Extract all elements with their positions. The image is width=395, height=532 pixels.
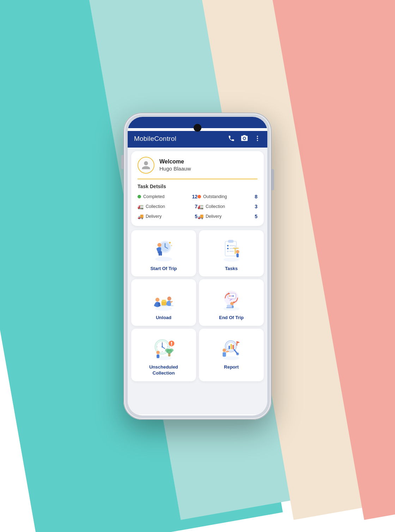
svg-rect-21 xyxy=(229,248,233,249)
svg-rect-50 xyxy=(227,305,232,308)
end-of-trip-illustration xyxy=(217,286,245,312)
end-of-trip-button[interactable]: End Of Trip xyxy=(199,279,264,326)
svg-rect-71 xyxy=(171,342,172,344)
svg-point-15 xyxy=(224,257,239,261)
delivery-completed-count: 5 xyxy=(190,214,198,219)
more-icon[interactable] xyxy=(254,135,261,143)
svg-point-45 xyxy=(229,295,230,297)
svg-rect-20 xyxy=(227,247,229,249)
report-button[interactable]: Report xyxy=(199,329,264,381)
svg-point-2 xyxy=(257,140,258,141)
svg-rect-28 xyxy=(235,245,236,248)
welcome-card: Welcome Hugo Blaauw Task Detsils Complet… xyxy=(131,151,264,226)
completed-dot xyxy=(138,195,141,198)
svg-point-81 xyxy=(223,349,226,352)
svg-rect-27 xyxy=(233,247,239,248)
svg-rect-82 xyxy=(223,352,226,357)
collection-completed-count: 7 xyxy=(190,204,198,209)
collection-outstanding-count: 3 xyxy=(250,204,257,209)
start-of-trip-illustration xyxy=(150,237,178,263)
delivery-completed-label: Delivery xyxy=(146,214,188,219)
svg-rect-26 xyxy=(235,247,236,254)
svg-point-33 xyxy=(156,298,159,302)
svg-rect-79 xyxy=(232,345,234,349)
collection-outstanding-label: Collection xyxy=(206,204,248,209)
svg-point-46 xyxy=(231,295,232,297)
svg-rect-23 xyxy=(229,251,234,251)
svg-rect-84 xyxy=(236,341,237,346)
svg-rect-18 xyxy=(227,245,229,246)
delivery-outstanding-count: 5 xyxy=(250,214,257,219)
phone-screen: MobileControl xyxy=(128,117,267,416)
svg-rect-32 xyxy=(162,300,166,302)
svg-point-0 xyxy=(257,136,258,137)
svg-point-59 xyxy=(162,346,163,348)
camera-icon[interactable] xyxy=(241,135,248,143)
welcome-top: Welcome Hugo Blaauw xyxy=(138,157,257,179)
phone-shell: MobileControl xyxy=(123,113,272,420)
completed-count: 12 xyxy=(190,194,198,199)
svg-point-67 xyxy=(169,349,174,352)
svg-rect-19 xyxy=(229,245,234,246)
app-bar: MobileControl xyxy=(128,131,267,148)
welcome-text: Welcome Hugo Blaauw xyxy=(159,159,191,172)
svg-point-66 xyxy=(165,349,170,352)
svg-point-24 xyxy=(236,250,239,253)
unload-button[interactable]: Unload xyxy=(131,279,196,326)
camera-notch xyxy=(194,124,201,132)
task-section: Task Detsils Completed 12 Out xyxy=(138,179,257,220)
svg-rect-10 xyxy=(159,251,160,256)
svg-point-68 xyxy=(156,351,160,354)
truck-delivery-icon: 🚚 xyxy=(138,214,144,219)
svg-point-29 xyxy=(155,307,172,311)
truck-collection-out-icon: 🚛 xyxy=(198,204,203,209)
outstanding-dot xyxy=(198,195,201,198)
svg-point-14 xyxy=(171,245,172,246)
svg-point-3 xyxy=(155,257,172,261)
unscheduled-collection-label: UnscheduledCollection xyxy=(149,364,178,376)
unscheduled-collection-button[interactable]: UnscheduledCollection xyxy=(131,329,196,381)
svg-point-37 xyxy=(167,297,171,300)
unload-illustration xyxy=(150,286,178,312)
tasks-label: Tasks xyxy=(225,266,238,272)
report-illustration xyxy=(217,335,245,361)
outstanding-label: Outstanding xyxy=(203,194,248,199)
svg-rect-77 xyxy=(229,346,230,349)
task-grid: Completed 12 Outstanding 8 🚛 xyxy=(138,193,257,220)
svg-point-6 xyxy=(157,243,161,247)
task-title: Task Detsils xyxy=(138,184,257,189)
svg-marker-85 xyxy=(237,341,240,343)
svg-point-73 xyxy=(224,356,239,360)
collection-completed-row: 🚛 Collection 7 xyxy=(138,203,198,210)
outstanding-count: 8 xyxy=(250,194,257,199)
collection-completed-label: Collection xyxy=(146,204,188,209)
app-icons xyxy=(228,135,261,143)
delivery-outstanding-row: 🚚 Delivery 5 xyxy=(198,213,257,220)
phone-icon[interactable] xyxy=(228,135,235,143)
report-label: Report xyxy=(224,364,239,370)
unscheduled-collection-illustration xyxy=(150,335,178,361)
phone-content[interactable]: Welcome Hugo Blaauw Task Detsils Complet… xyxy=(128,148,267,414)
svg-point-13 xyxy=(169,242,171,244)
delivery-outstanding-label: Delivery xyxy=(206,214,248,219)
truck-delivery-out-icon: 🚚 xyxy=(198,214,203,219)
svg-rect-25 xyxy=(236,253,238,257)
delivery-completed-row: 🚚 Delivery 5 xyxy=(138,213,198,220)
app-title: MobileControl xyxy=(134,135,176,143)
svg-point-72 xyxy=(171,345,172,346)
greeting: Welcome xyxy=(159,159,191,165)
truck-collection-icon: 🚛 xyxy=(138,204,144,209)
unload-label: Unload xyxy=(156,315,171,321)
svg-rect-78 xyxy=(231,344,232,349)
svg-rect-69 xyxy=(157,354,159,358)
svg-rect-9 xyxy=(160,251,162,256)
svg-rect-51 xyxy=(226,307,233,308)
outstanding-row: Outstanding 8 xyxy=(198,193,257,201)
tasks-button[interactable]: Tasks xyxy=(199,230,264,277)
svg-rect-17 xyxy=(228,240,233,243)
username: Hugo Blaauw xyxy=(159,166,191,172)
avatar xyxy=(138,157,154,174)
svg-point-80 xyxy=(236,353,239,355)
collection-outstanding-row: 🚛 Collection 3 xyxy=(198,203,257,210)
start-of-trip-button[interactable]: Start Of Trip xyxy=(131,230,196,277)
